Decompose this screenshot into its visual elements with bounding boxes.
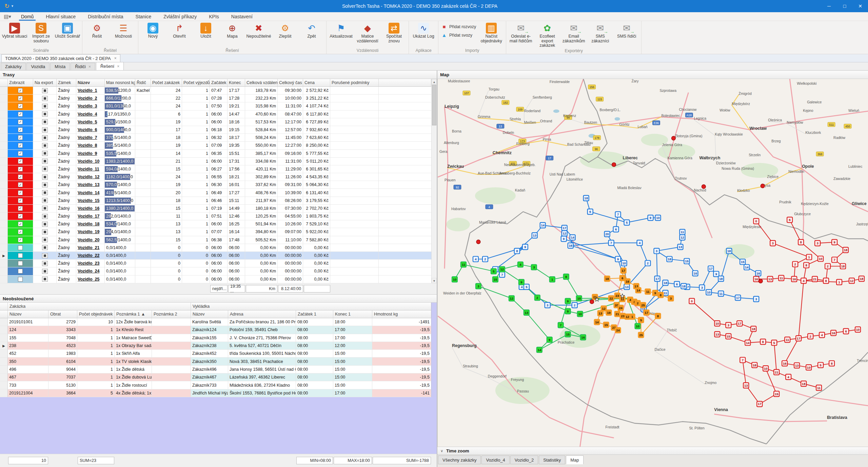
refresh-distances-button[interactable]: ⚑Aktualizovat	[328, 22, 354, 39]
visibility-checkbox[interactable]	[18, 253, 23, 258]
unserved-row[interactable]: 201910100127291012x Židle barová ko...Ka…	[0, 318, 431, 326]
table-row[interactable]: ŽádnýVozidlo_230,0/1400,00,0/1400,00006:…	[0, 260, 431, 267]
stop-marker[interactable]: 8	[829, 361, 834, 366]
export-button[interactable]	[42, 143, 48, 148]
visibility-checkbox[interactable]: ✓	[18, 159, 23, 164]
vehicle-link[interactable]: Vozidlo_13	[78, 182, 99, 187]
table-row[interactable]: ✓ŽádnýVozidlo_20562,5/1400,0562,5/1400,0…	[0, 236, 431, 244]
column-header[interactable]: Porušené podmínky	[330, 79, 379, 87]
export-button[interactable]	[42, 269, 48, 274]
vehicle-link[interactable]: Vozidlo_8	[78, 143, 97, 148]
stop-marker[interactable]: 3	[668, 296, 673, 301]
stop-marker[interactable]: 18	[718, 276, 724, 281]
footer-empty[interactable]	[304, 285, 330, 292]
column-header[interactable]: Poznámka 2	[152, 310, 191, 318]
table-row[interactable]: ✓ŽádnýVozidlo_4117,0/1350,0117,0/1350,06…	[0, 110, 431, 118]
footer-earliest[interactable]: nejdří...	[210, 285, 228, 292]
stop-marker[interactable]: 24	[618, 305, 624, 310]
stop-marker[interactable]: 22	[609, 296, 614, 301]
unserved-row[interactable]: 2019121004366454x Židle dětská; 1x ...Ji…	[0, 389, 431, 397]
vehicle-link[interactable]: Vozidlo_9	[78, 151, 97, 156]
vehicle-link[interactable]: Vozidlo_3	[78, 104, 97, 108]
vehicle-link[interactable]: Vozidlo_10	[78, 159, 99, 164]
stop-marker[interactable]: 13	[767, 276, 773, 282]
stop-marker[interactable]: 10	[577, 311, 583, 317]
table-row[interactable]: ✓ŽádnýVozidlo_5529,5/1500,0529,5/1500,01…	[0, 118, 431, 126]
stop-marker[interactable]: 14	[594, 319, 600, 325]
export-button[interactable]	[42, 88, 48, 93]
stop-marker[interactable]: 17	[621, 268, 626, 273]
table-row[interactable]: ✓ŽádnýVozidlo_121182,0/1400,01182,0/1400…	[0, 173, 431, 181]
visibility-checkbox[interactable]	[18, 277, 23, 282]
stop-marker[interactable]: 17	[796, 336, 801, 341]
stop-marker[interactable]: 10	[622, 261, 627, 266]
stop-marker[interactable]: 5	[524, 284, 529, 289]
footer-km[interactable]: Km	[246, 285, 277, 292]
stop-marker[interactable]: 9	[519, 279, 524, 285]
table-row[interactable]: ✓ŽádnýVozidlo_7370,5/1400,0370,5/1400,01…	[0, 134, 431, 142]
map-tab-vozidlo-4[interactable]: Vozidlo_4	[481, 455, 509, 464]
save-scenario-button[interactable]: ▣Uložit Scénář	[54, 22, 81, 39]
table-row[interactable]: ▶ŽádnýVozidlo_220,0/1400,00,0/1400,00006…	[0, 252, 431, 260]
stop-marker[interactable]: 1	[630, 314, 635, 319]
scroll-down-icon[interactable]: ▼	[432, 278, 437, 283]
column-header[interactable]: Hmotnost kg	[372, 310, 431, 318]
vehicle-link[interactable]: Vozidlo_20	[78, 238, 99, 242]
visibility-checkbox[interactable]	[18, 245, 23, 250]
map-tab-map[interactable]: Map	[566, 455, 583, 464]
stop-marker[interactable]: 5	[818, 362, 823, 368]
stop-marker[interactable]: 21	[812, 276, 817, 282]
vehicle-link[interactable]: Vozidlo_7	[78, 135, 97, 140]
stop-marker[interactable]: 7	[609, 240, 614, 246]
column-header[interactable]: Konec	[228, 79, 245, 87]
stop-marker[interactable]: 18	[843, 247, 848, 253]
table-row[interactable]: ✓ŽádnýVozidlo_9535,5/1400,0535,5/1400,01…	[0, 150, 431, 158]
export-button[interactable]	[42, 190, 48, 195]
stop-marker[interactable]: 11	[718, 291, 724, 296]
email-customers-button[interactable]: ✉→Email zákazníkům	[560, 22, 587, 43]
export-button[interactable]	[42, 198, 48, 203]
app-icon[interactable]: ↻▼	[0, 2, 18, 10]
stop-marker[interactable]: 14	[744, 264, 749, 270]
stop-marker[interactable]: 9	[832, 240, 837, 245]
unserved-row[interactable]: ▶238452311x Obrazy Bar sadaZákazník2385.…	[0, 342, 431, 350]
stop-marker[interactable]: 15	[774, 391, 779, 397]
column-header[interactable]: Celková vzdálenost	[245, 79, 278, 87]
stop-marker[interactable]: 20	[605, 231, 610, 237]
map-canvas[interactable]: 107182169981151561789617310117117134E36A…	[437, 79, 868, 447]
stop-marker[interactable]: 23	[615, 293, 620, 298]
visibility-checkbox[interactable]: ✓	[18, 214, 23, 219]
stop-marker[interactable]: 7	[740, 357, 745, 363]
stop-marker[interactable]: 9	[561, 236, 567, 242]
file-menu-icon[interactable]: ▤▾	[0, 14, 15, 20]
column-header[interactable]	[379, 79, 431, 87]
stop-marker[interactable]: 13	[598, 310, 603, 316]
stop-marker[interactable]: 10	[706, 289, 711, 295]
time-zoom-bar[interactable]: ∨ Time zoom	[437, 447, 868, 455]
stop-marker[interactable]: 2	[482, 257, 488, 262]
stop-marker[interactable]: 25	[638, 332, 644, 338]
menu-tab-kpis[interactable]: KPIs	[203, 12, 225, 21]
stop-marker[interactable]: 6	[843, 328, 849, 334]
stop-marker[interactable]: 8	[760, 339, 766, 344]
unserved-row[interactable]: 452198311x Skříň AlfaZákazník452třída So…	[0, 350, 431, 358]
stop-marker[interactable]: 13	[743, 383, 749, 388]
stop-marker[interactable]: 1	[836, 279, 842, 285]
table-row[interactable]: ŽádnýVozidlo_250,0/1400,00,0/1400,00006:…	[0, 276, 431, 283]
export-button[interactable]	[42, 222, 48, 227]
stop-marker[interactable]: 13	[714, 331, 720, 337]
table-row[interactable]: ŽádnýVozidlo_240,0/1400,00,0/1400,00006:…	[0, 267, 431, 275]
stop-marker[interactable]: 0	[689, 298, 694, 304]
vehicle-link[interactable]: Vozidlo_15	[78, 198, 99, 203]
stop-marker[interactable]: 18	[840, 263, 846, 269]
column-header[interactable]: Název	[76, 79, 105, 87]
visibility-checkbox[interactable]: ✓	[18, 238, 23, 242]
visibility-checkbox[interactable]: ✓	[18, 229, 23, 234]
unserved-row[interactable]: 124334311x Křeslo RestZákazník124Potoční…	[0, 326, 431, 334]
stop-marker[interactable]: 18	[859, 276, 864, 281]
stop-marker[interactable]: 15	[726, 333, 731, 339]
stop-marker[interactable]: 8	[804, 263, 809, 268]
stop-marker[interactable]: 18	[726, 248, 732, 254]
visibility-checkbox[interactable]: ✓	[18, 104, 23, 108]
export-button[interactable]	[42, 159, 48, 164]
